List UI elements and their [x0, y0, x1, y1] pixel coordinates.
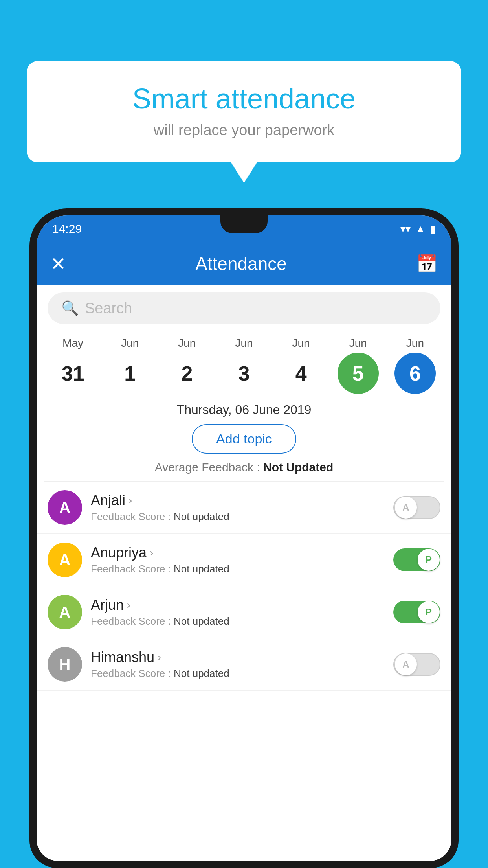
calendar-day[interactable]: May31 — [50, 337, 97, 394]
calendar-day[interactable]: Jun4 — [277, 337, 325, 394]
student-item: AAnupriya ›Feedback Score : Not updatedP — [37, 534, 451, 586]
cal-date-number[interactable]: 31 — [52, 353, 94, 394]
phone-frame: 14:29 ▾▾ ▲ ▮ ✕ Attendance 📅 🔍 Search May… — [29, 208, 459, 868]
feedback-label: Average Feedback : — [155, 461, 263, 474]
avatar: A — [48, 542, 82, 577]
battery-icon: ▮ — [430, 223, 436, 235]
status-bar: 14:29 ▾▾ ▲ ▮ — [37, 215, 451, 242]
close-icon[interactable]: ✕ — [50, 253, 66, 275]
cal-date-number[interactable]: 5 — [338, 353, 379, 394]
cal-month-label: Jun — [406, 337, 424, 349]
calendar-icon[interactable]: 📅 — [416, 254, 438, 274]
attendance-toggle[interactable]: A — [393, 653, 440, 676]
calendar-day[interactable]: Jun5 — [334, 337, 382, 394]
bubble-subtitle: will replace your paperwork — [50, 122, 438, 139]
student-list: AAnjali ›Feedback Score : Not updatedAAA… — [37, 482, 451, 691]
attendance-toggle[interactable]: P — [393, 548, 440, 571]
attendance-toggle[interactable]: A — [393, 496, 440, 519]
cal-month-label: Jun — [178, 337, 196, 349]
calendar-day[interactable]: Jun3 — [220, 337, 268, 394]
student-name[interactable]: Anupriya › — [91, 544, 385, 561]
feedback-score: Feedback Score : Not updated — [91, 615, 385, 627]
search-placeholder: Search — [85, 300, 132, 317]
toggle-knob: A — [395, 497, 417, 519]
status-time: 14:29 — [52, 222, 82, 235]
feedback-score: Feedback Score : Not updated — [91, 511, 385, 523]
notch — [220, 215, 268, 233]
avatar: A — [48, 490, 82, 525]
calendar-day[interactable]: Jun1 — [106, 337, 154, 394]
student-info: Anupriya ›Feedback Score : Not updated — [91, 544, 385, 575]
cal-month-label: Jun — [121, 337, 139, 349]
student-info: Anjali ›Feedback Score : Not updated — [91, 492, 385, 523]
phone-inner: 14:29 ▾▾ ▲ ▮ ✕ Attendance 📅 🔍 Search May… — [37, 215, 451, 861]
cal-month-label: Jun — [349, 337, 367, 349]
chevron-icon: › — [158, 651, 161, 664]
cal-date-number[interactable]: 2 — [166, 353, 207, 394]
search-icon: 🔍 — [61, 300, 79, 316]
status-icons: ▾▾ ▲ ▮ — [400, 223, 436, 235]
bubble-title: Smart attendance — [50, 83, 438, 115]
calendar-day[interactable]: Jun6 — [391, 337, 438, 394]
selected-date-label: Thursday, 06 June 2019 — [37, 398, 451, 420]
student-name[interactable]: Arjun › — [91, 597, 385, 613]
calendar-strip: May31Jun1Jun2Jun3Jun4Jun5Jun6 — [37, 331, 451, 398]
speech-bubble: Smart attendance will replace your paper… — [27, 61, 461, 162]
wifi-icon: ▾▾ — [400, 223, 411, 235]
search-bar: 🔍 Search — [37, 285, 451, 331]
student-item: AAnjali ›Feedback Score : Not updatedA — [37, 482, 451, 534]
feedback-value: Not Updated — [263, 461, 333, 474]
calendar-day[interactable]: Jun2 — [163, 337, 211, 394]
cal-date-number[interactable]: 3 — [223, 353, 264, 394]
signal-icon: ▲ — [415, 223, 426, 235]
student-name[interactable]: Anjali › — [91, 492, 385, 509]
chevron-icon: › — [127, 599, 130, 611]
cal-date-number[interactable]: 1 — [109, 353, 150, 394]
student-item: HHimanshu ›Feedback Score : Not updatedA — [37, 638, 451, 691]
app-bar-title: Attendance — [78, 253, 404, 274]
feedback-summary: Average Feedback : Not Updated — [37, 461, 451, 481]
cal-date-number[interactable]: 6 — [394, 353, 436, 394]
avatar: H — [48, 647, 82, 682]
attendance-toggle[interactable]: P — [393, 601, 440, 623]
search-input-field[interactable]: 🔍 Search — [48, 292, 440, 324]
add-topic-button[interactable]: Add topic — [192, 424, 296, 454]
cal-month-label: May — [62, 337, 83, 349]
feedback-score: Feedback Score : Not updated — [91, 563, 385, 575]
student-info: Himanshu ›Feedback Score : Not updated — [91, 649, 385, 680]
cal-date-number[interactable]: 4 — [281, 353, 322, 394]
student-info: Arjun ›Feedback Score : Not updated — [91, 597, 385, 627]
cal-month-label: Jun — [235, 337, 253, 349]
toggle-knob: P — [418, 549, 440, 571]
chevron-icon: › — [128, 494, 132, 507]
student-name[interactable]: Himanshu › — [91, 649, 385, 666]
student-item: AArjun ›Feedback Score : Not updatedP — [37, 586, 451, 638]
feedback-score: Feedback Score : Not updated — [91, 668, 385, 680]
cal-month-label: Jun — [292, 337, 310, 349]
toggle-knob: P — [418, 601, 440, 623]
app-bar: ✕ Attendance 📅 — [37, 242, 451, 285]
toggle-knob: A — [395, 653, 417, 675]
chevron-icon: › — [150, 546, 153, 559]
avatar: A — [48, 595, 82, 629]
